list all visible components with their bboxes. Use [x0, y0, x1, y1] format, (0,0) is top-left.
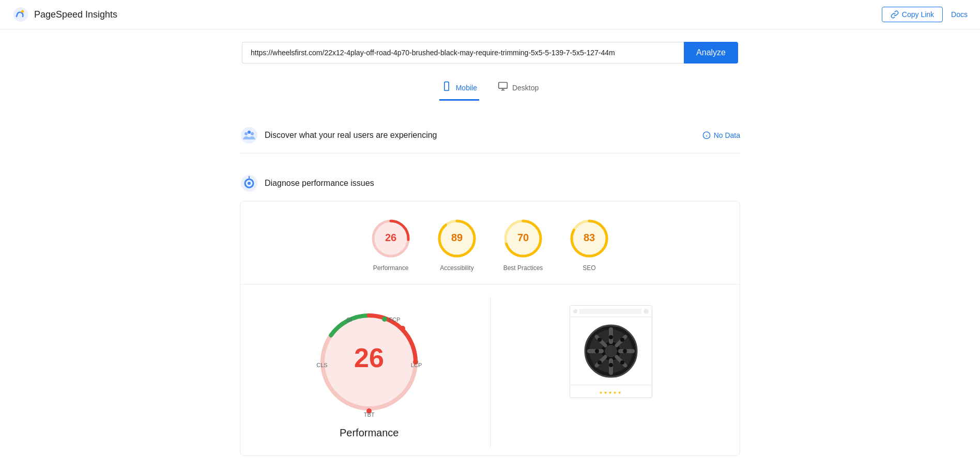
accessibility-label: Accessibility: [440, 264, 473, 272]
scores-row: 26 Performance 89 Accessibility: [249, 218, 731, 272]
svg-point-59: [598, 338, 602, 342]
performance-label: Performance: [373, 264, 409, 272]
url-input[interactable]: [242, 42, 684, 64]
score-best-practices[interactable]: 70 Best Practices: [502, 218, 544, 272]
perf-title: Performance: [340, 427, 399, 439]
accessibility-gauge: 89: [436, 218, 478, 259]
svg-text:89: 89: [451, 232, 463, 243]
real-users-title: Discover what your real users are experi…: [265, 131, 437, 140]
svg-point-8: [248, 131, 251, 134]
tab-desktop[interactable]: Desktop: [496, 76, 541, 101]
svg-point-61: [620, 338, 624, 342]
large-gauge: SI FCP LCP TBT CLS: [312, 305, 426, 419]
desktop-icon: [498, 81, 508, 94]
svg-point-0: [13, 7, 28, 22]
real-users-section: Discover what your real users are experi…: [240, 118, 740, 153]
gauge-label-tbt: TBT: [364, 412, 375, 418]
score-seo[interactable]: 83 SEO: [569, 218, 610, 272]
gauge-labels: SI FCP LCP TBT CLS: [312, 305, 426, 419]
svg-point-62: [598, 360, 602, 365]
svg-point-55: [609, 335, 613, 339]
diagnose-section: Diagnose performance issues 26 Performan…: [240, 166, 740, 456]
diagnose-header: Diagnose performance issues: [240, 166, 740, 201]
score-performance[interactable]: 26 Performance: [370, 218, 411, 272]
svg-text:26: 26: [385, 232, 396, 243]
users-icon: [240, 126, 258, 145]
gauge-label-lcp: LCP: [411, 362, 422, 368]
wheel-image: [583, 323, 639, 380]
real-users-header: Discover what your real users are experi…: [240, 118, 740, 153]
copy-link-label: Copy Link: [902, 10, 934, 19]
svg-point-57: [595, 349, 599, 353]
preview-area: ★★★★★: [490, 297, 732, 447]
diagnose-icon: [240, 174, 258, 193]
svg-point-56: [609, 363, 613, 367]
section-title-area: Discover what your real users are experi…: [240, 126, 437, 145]
best-practices-label: Best Practices: [503, 264, 543, 272]
tab-mobile[interactable]: Mobile: [439, 76, 479, 101]
gauge-label-fcp: FCP: [389, 317, 400, 323]
svg-point-7: [244, 132, 248, 135]
url-form: Analyze: [242, 42, 738, 64]
svg-point-9: [251, 132, 254, 135]
link-icon: [891, 10, 899, 19]
no-data-badge[interactable]: No Data: [702, 131, 740, 139]
copy-link-button[interactable]: Copy Link: [882, 7, 943, 22]
preview-content: [570, 317, 652, 385]
preview-screenshot: ★★★★★: [570, 305, 652, 398]
card-divider: [240, 284, 740, 285]
svg-point-6: [241, 127, 257, 144]
svg-point-15: [248, 182, 251, 185]
no-data-label: No Data: [714, 131, 740, 139]
bottom-content: SI FCP LCP TBT CLS: [249, 297, 731, 447]
close-dot: [573, 309, 577, 313]
seo-label: SEO: [583, 264, 595, 272]
perf-gauge-area: SI FCP LCP TBT CLS: [249, 297, 490, 447]
best-practices-gauge: 70: [502, 218, 544, 259]
tab-desktop-label: Desktop: [512, 84, 539, 92]
docs-link[interactable]: Docs: [951, 10, 968, 19]
score-accessibility[interactable]: 89 Accessibility: [436, 218, 478, 272]
url-bar-container: Analyze: [240, 42, 740, 64]
info-icon: [702, 131, 711, 139]
svg-point-58: [623, 349, 627, 353]
diagnose-title: Diagnose performance issues: [265, 179, 374, 188]
mobile-icon: [441, 81, 452, 94]
logo-area: PageSpeed Insights: [12, 6, 117, 23]
app-title: PageSpeed Insights: [34, 9, 117, 20]
svg-text:70: 70: [517, 232, 529, 243]
analyze-button[interactable]: Analyze: [684, 42, 738, 64]
header-actions: Copy Link Docs: [882, 7, 968, 22]
performance-gauge: 26: [370, 218, 411, 259]
svg-point-60: [620, 360, 624, 365]
svg-rect-3: [499, 83, 508, 89]
pagespeed-logo-icon: [12, 6, 29, 23]
tab-mobile-label: Mobile: [456, 84, 477, 92]
main-content: Analyze Mobile Desktop: [232, 29, 748, 458]
gauge-label-si: SI: [346, 317, 351, 323]
preview-footer: ★★★★★: [570, 385, 652, 398]
seo-gauge: 83: [569, 218, 610, 259]
app-header: PageSpeed Insights Copy Link Docs: [0, 0, 980, 29]
tabs-container: Mobile Desktop: [240, 76, 740, 101]
svg-text:83: 83: [584, 232, 595, 243]
gauge-label-cls: CLS: [316, 362, 327, 368]
browser-bar: [570, 306, 652, 317]
star-rating: ★★★★★: [599, 390, 622, 395]
svg-point-45: [605, 345, 617, 357]
scores-card: 26 Performance 89 Accessibility: [240, 201, 740, 456]
